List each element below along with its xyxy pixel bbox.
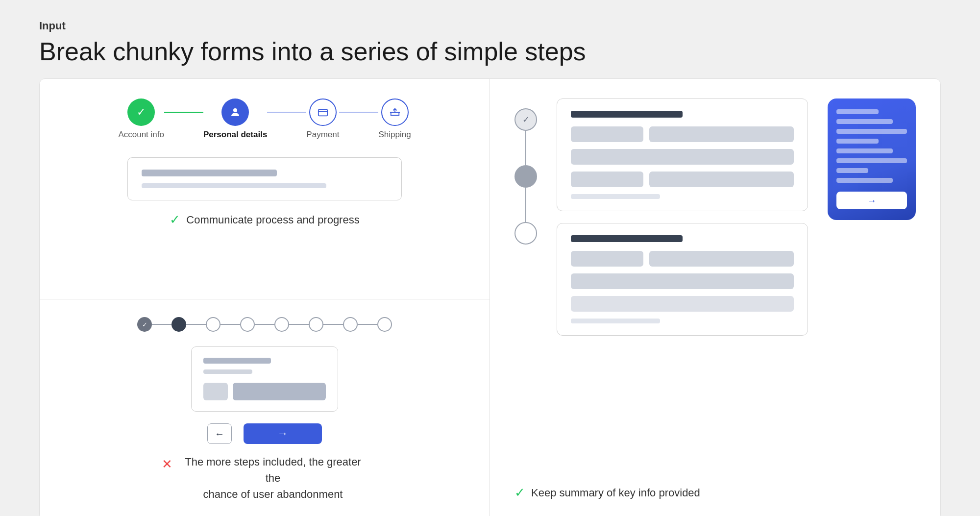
- check-icon-right: ✓: [514, 485, 525, 500]
- fc-cell-3a: [571, 251, 643, 267]
- right-bottom: ✓ Keep summary of key info provided: [514, 473, 916, 500]
- next-button[interactable]: →: [244, 423, 322, 444]
- svg-point-0: [233, 108, 237, 112]
- step-3: Payment: [306, 98, 339, 140]
- mini-line-1: [152, 324, 172, 325]
- v-step-1: ✓: [514, 108, 537, 131]
- cross-icon-bad: ✕: [162, 455, 172, 474]
- step-2: Personal details: [203, 98, 267, 140]
- form-card-1: [557, 98, 808, 211]
- back-button[interactable]: ←: [207, 423, 232, 444]
- mini-line-6: [323, 324, 343, 325]
- step-label-1: Account info: [118, 130, 164, 140]
- right-good-note-text: Keep summary of key info provided: [531, 487, 700, 499]
- many-stepper: ✓: [137, 317, 392, 332]
- page-wrapper: Input Break chunky forms into a series o…: [39, 20, 941, 516]
- phone-bar-6: [836, 158, 907, 163]
- fc-cell-1b: [649, 126, 794, 142]
- step-label-4: Shipping: [378, 130, 411, 140]
- fc-row-1: [571, 126, 794, 142]
- mini-form-subtitle: [203, 369, 252, 374]
- left-panel: ✓ Account info Personal detai: [40, 79, 490, 516]
- step-line-2-3: [267, 112, 306, 113]
- step-circle-4: [381, 98, 409, 126]
- good-note-text: Communicate process and progress: [186, 214, 359, 226]
- phone-bar-2: [836, 119, 893, 124]
- card-icon: [318, 107, 328, 118]
- step-circle-1: ✓: [127, 98, 155, 126]
- mini-step-4: [240, 317, 255, 332]
- mini-btn-small: [203, 383, 228, 400]
- good-note: ✓ Communicate process and progress: [170, 212, 359, 227]
- stepper: ✓ Account info Personal detai: [118, 98, 411, 140]
- right-good-note: ✓ Keep summary of key info provided: [514, 485, 700, 500]
- mini-line-5: [289, 324, 309, 325]
- fc-cell-2a: [571, 172, 643, 187]
- mini-step-3: [206, 317, 220, 332]
- phone-bar-7: [836, 168, 868, 173]
- step-label-3: Payment: [306, 130, 339, 140]
- phone-bar-8: [836, 178, 893, 183]
- phone-bar-4: [836, 139, 879, 144]
- form-bar-dark: [142, 170, 277, 176]
- v-line-1: [525, 131, 526, 165]
- form-card-2: [557, 223, 808, 336]
- fc-cell-3b: [649, 251, 794, 267]
- header-section: Input Break chunky forms into a series o…: [39, 20, 941, 67]
- fc-cell-1a: [571, 126, 643, 142]
- phone-bar-1: [836, 109, 879, 114]
- step-label-2: Personal details: [203, 130, 267, 140]
- mini-step-5: [274, 317, 289, 332]
- fc-half-1: [571, 194, 660, 199]
- right-panel: ✓: [490, 79, 940, 516]
- phone-card: →: [828, 98, 916, 220]
- v-step-3: [514, 222, 537, 245]
- nav-row: ← →: [207, 423, 322, 444]
- mini-step-7: [343, 317, 358, 332]
- phone-bar-3: [836, 129, 907, 134]
- v-line-2: [525, 188, 526, 222]
- v-check-icon: ✓: [522, 114, 530, 125]
- mini-form-box: [191, 346, 338, 412]
- step-circle-2: [221, 98, 249, 126]
- mini-form-title: [203, 358, 271, 364]
- mini-btn-large: [233, 383, 326, 400]
- vertical-stepper: ✓: [514, 98, 537, 245]
- fc-row-3: [571, 251, 794, 267]
- bad-note-text: The more steps included, the greater the…: [178, 454, 368, 502]
- step-circle-3: [309, 98, 337, 126]
- mini-line-3: [220, 324, 240, 325]
- bottom-left-section: ✓: [40, 299, 490, 516]
- mini-step-6: [309, 317, 323, 332]
- fc-title-1: [571, 111, 683, 118]
- category-label: Input: [39, 20, 941, 32]
- mini-line-2: [186, 324, 206, 325]
- phone-bar-5: [836, 148, 893, 153]
- check-icon-1: ✓: [137, 106, 146, 119]
- shipping-icon: [390, 107, 400, 118]
- step-line-1-2: [164, 112, 203, 113]
- mini-form-row: [203, 383, 326, 400]
- mini-check: ✓: [142, 321, 147, 328]
- top-left-section: ✓ Account info Personal detai: [40, 79, 490, 299]
- fc-row-2: [571, 172, 794, 187]
- step-1: ✓ Account info: [118, 98, 164, 140]
- mini-line-7: [358, 324, 377, 325]
- svg-rect-1: [318, 110, 327, 116]
- main-title: Break chunky forms into a series of simp…: [39, 36, 941, 67]
- check-icon-good: ✓: [170, 212, 180, 227]
- person-icon: [229, 106, 241, 118]
- step-line-3-4: [339, 112, 378, 113]
- mini-line-4: [255, 324, 274, 325]
- mini-step-8: [377, 317, 392, 332]
- fc-cell-2b: [649, 172, 794, 187]
- phone-next-btn[interactable]: →: [836, 192, 907, 209]
- main-card: ✓ Account info Personal detai: [39, 78, 941, 516]
- fc-half-2: [571, 319, 660, 323]
- mini-step-current: [172, 317, 186, 332]
- right-content: ✓: [514, 98, 916, 473]
- fc-full-3: [571, 296, 794, 312]
- fc-title-2: [571, 235, 683, 242]
- forms-stack: [557, 98, 808, 336]
- step-4: Shipping: [378, 98, 411, 140]
